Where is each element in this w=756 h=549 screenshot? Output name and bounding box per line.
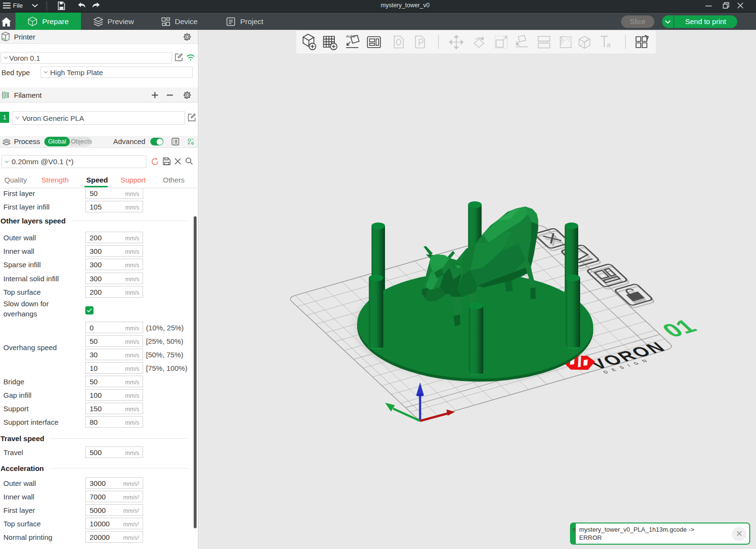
svg-text:AUTO: AUTO bbox=[346, 35, 356, 38]
svg-text:File: File bbox=[13, 2, 23, 9]
svg-text:a: a bbox=[607, 41, 610, 49]
